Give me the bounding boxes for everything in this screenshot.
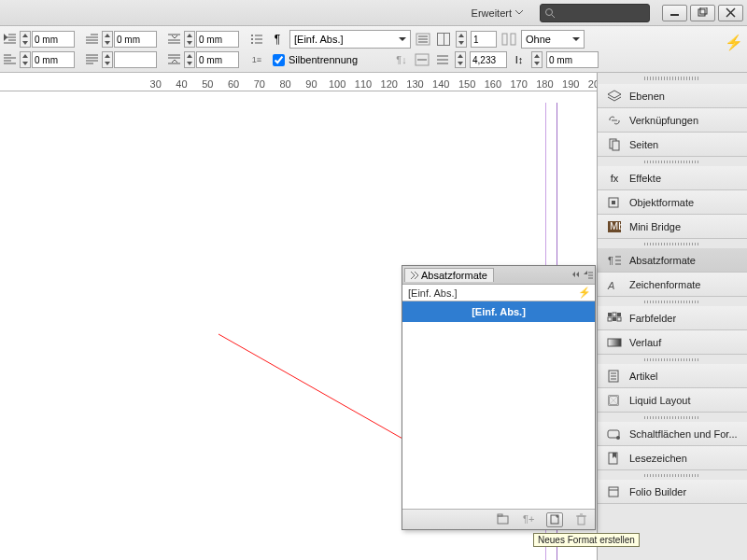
dock-panel-label: Schaltflächen und For... xyxy=(629,428,738,440)
ruler-tick: 150 xyxy=(458,78,475,90)
svg-text:¶+: ¶+ xyxy=(523,513,534,525)
dock-panel-article[interactable]: Artikel xyxy=(598,364,747,388)
collapse-double-icon[interactable] xyxy=(572,271,582,280)
style-list-item[interactable]: [Einf. Abs.] xyxy=(402,301,595,322)
hyphenation-checkbox[interactable]: Silbentrennung xyxy=(273,54,358,66)
new-style-button[interactable] xyxy=(546,512,563,527)
dock-panel-folio[interactable]: Folio Builder xyxy=(598,480,747,504)
stepper[interactable] xyxy=(102,31,113,48)
dock-panel-label: Objektformate xyxy=(629,197,694,208)
folder-view-icon[interactable] xyxy=(494,512,511,527)
ruler-tick: 90 xyxy=(305,78,317,90)
bookmark-icon xyxy=(607,451,622,466)
svg-line-1 xyxy=(552,15,555,18)
para-icon: ¶ xyxy=(607,253,622,268)
dock-panel-label: Verlauf xyxy=(629,337,661,348)
dock-panel-label: Verknüpfungen xyxy=(629,115,698,126)
paragraph-styles-panel[interactable]: Absatzformate [Einf. Abs.] ⚡ [Einf. Abs.… xyxy=(402,265,596,530)
dock-panel-char[interactable]: AZeichenformate xyxy=(598,273,747,297)
indent-left-icon xyxy=(2,31,19,48)
ruler-tick: 140 xyxy=(432,78,449,90)
links-icon xyxy=(607,113,622,128)
numbered-list-icon[interactable]: 1≡ xyxy=(248,51,265,68)
ruler-tick: 80 xyxy=(279,78,290,90)
indent-left-field[interactable] xyxy=(32,31,75,48)
hyphenation-input[interactable] xyxy=(273,54,285,66)
clear-overrides-icon[interactable]: ¶+ xyxy=(520,512,537,527)
first-line-indent-icon xyxy=(84,31,101,48)
minimize-button[interactable] xyxy=(662,5,687,21)
dock-panel-links[interactable]: Verknüpfungen xyxy=(598,108,747,133)
search-input[interactable] xyxy=(540,4,650,22)
dock-panel-swatch[interactable]: Farbfelder xyxy=(598,306,747,330)
baseline-field[interactable] xyxy=(546,51,599,68)
dock-panel-layers[interactable]: Ebenen xyxy=(598,84,747,108)
span-dropdown[interactable]: Ohne xyxy=(521,30,585,49)
dock-panel-grad[interactable]: Verlauf xyxy=(598,330,747,355)
swatch-icon xyxy=(607,311,622,326)
ruler-tick: 70 xyxy=(254,78,265,90)
dock-panel-label: Folio Builder xyxy=(629,486,686,497)
dock-panel-label: Lesezeichen xyxy=(629,453,687,464)
panel-tab[interactable]: Absatzformate xyxy=(404,268,494,282)
columns-icon xyxy=(435,31,452,48)
ruler-tick: 130 xyxy=(406,78,423,90)
space-after-field[interactable] xyxy=(196,51,239,68)
collapse-icon xyxy=(411,272,418,279)
stepper[interactable] xyxy=(20,31,31,48)
stepper[interactable] xyxy=(184,31,195,48)
objstyle-icon xyxy=(607,195,622,210)
baseline-shift-icon: I↕ xyxy=(511,51,528,68)
indent-right-field[interactable] xyxy=(32,51,75,68)
dropcap-icon xyxy=(434,51,451,68)
stepper[interactable] xyxy=(531,51,543,68)
dock-separator xyxy=(598,157,747,166)
flyout-menu-icon[interactable] xyxy=(584,271,593,280)
dock-panel-objstyle[interactable]: Objektformate xyxy=(598,190,747,215)
close-button[interactable] xyxy=(718,5,743,21)
columns-field[interactable] xyxy=(471,31,497,48)
dock-panel-pages[interactable]: Seiten xyxy=(598,133,747,157)
dock-panel-buttons[interactable]: Schaltflächen und For... xyxy=(598,422,747,446)
chevron-down-icon xyxy=(399,37,406,42)
ruler-tick: 40 xyxy=(176,78,187,90)
dock-panel-mini[interactable]: MbMini Bridge xyxy=(598,215,747,239)
grid-align-icon[interactable] xyxy=(415,31,431,48)
stepper[interactable] xyxy=(184,51,195,68)
workspace-switcher[interactable]: Erweitert xyxy=(464,6,530,21)
stepper[interactable] xyxy=(455,51,466,68)
stepper[interactable] xyxy=(20,51,31,68)
dock-panel-fx[interactable]: fxEffekte xyxy=(598,166,747,190)
chevron-down-icon xyxy=(515,10,523,15)
svg-text:¶: ¶ xyxy=(608,255,613,266)
stepper[interactable] xyxy=(456,31,467,48)
dock-panel-label: Farbfelder xyxy=(629,313,676,324)
first-line-indent-field[interactable] xyxy=(114,31,157,48)
bullets-icon[interactable] xyxy=(248,31,265,48)
svg-rect-63 xyxy=(608,317,612,321)
paragraph-style-dropdown[interactable]: [Einf. Abs.] xyxy=(289,30,411,49)
span-columns-icon xyxy=(500,31,517,48)
last-line-indent-field[interactable] xyxy=(114,51,157,68)
svg-rect-66 xyxy=(608,339,621,346)
panel-footer: ¶+ xyxy=(402,509,595,529)
dropcap-lines-field[interactable] xyxy=(470,51,507,68)
quick-apply-icon[interactable]: ⚡ xyxy=(725,34,743,51)
space-before-field[interactable] xyxy=(196,31,239,48)
svg-rect-75 xyxy=(609,487,618,497)
maximize-button[interactable] xyxy=(690,5,715,21)
svg-rect-29 xyxy=(511,34,515,45)
quick-apply-small-icon[interactable]: ⚡ xyxy=(578,287,591,299)
dock-panel-para[interactable]: ¶Absatzformate xyxy=(598,248,747,273)
svg-point-73 xyxy=(616,436,620,440)
search-icon xyxy=(544,7,556,19)
span-value: Ohne xyxy=(526,34,551,45)
dock-panel-bookmark[interactable]: Lesezeichen xyxy=(598,446,747,470)
stepper[interactable] xyxy=(102,51,113,68)
delete-style-icon[interactable] xyxy=(572,512,589,527)
grid-off-icon[interactable] xyxy=(414,51,430,68)
dock-panel-label: Liquid Layout xyxy=(629,395,690,406)
dock-panel-liquid[interactable]: Liquid Layout xyxy=(598,388,747,413)
styles-list[interactable]: [Einf. Abs.] xyxy=(402,301,595,509)
panel-tab-bar: Absatzformate xyxy=(402,266,595,285)
